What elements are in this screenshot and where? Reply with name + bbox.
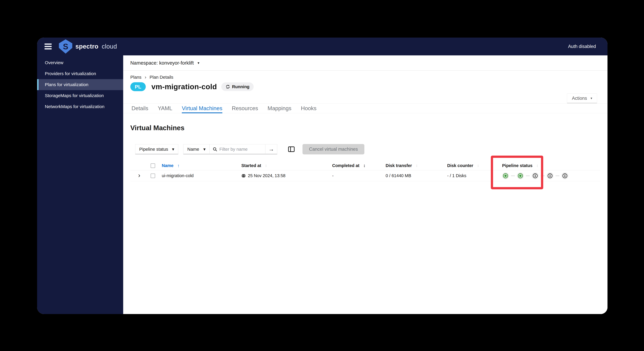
- breadcrumb-plans[interactable]: Plans: [130, 75, 142, 80]
- search-group: Name ▾ →: [183, 144, 277, 154]
- cell-started-at: 25 Nov 2024, 13:58: [237, 173, 328, 178]
- sidebar-item-providers[interactable]: Providers for virtualization: [37, 68, 123, 79]
- column-header-started-at[interactable]: Started at ↕: [237, 163, 328, 168]
- globe-icon: [241, 174, 246, 178]
- row-checkbox[interactable]: [151, 174, 155, 178]
- pipeline-stage-succeeded-icon: [517, 172, 524, 179]
- column-header-disk-transfer[interactable]: Disk transfer ↕: [382, 163, 443, 168]
- pipeline-status-filter-dropdown[interactable]: Pipeline status ▾: [135, 144, 178, 154]
- section-heading: Virtual Machines: [130, 124, 600, 132]
- pipeline-stage-pending-icon: [532, 172, 538, 179]
- page-title: vm-migration-cold: [152, 82, 217, 91]
- cell-disk-counter: - / 1 Disks: [443, 173, 498, 178]
- column-header-completed-at[interactable]: Completed at ↕: [328, 163, 382, 168]
- breadcrumb: Plans › Plan Details: [130, 74, 600, 80]
- row-expand-chevron-icon[interactable]: ›: [138, 172, 140, 179]
- plan-kind-badge: PL: [130, 82, 146, 91]
- pipeline-connector: [556, 176, 560, 176]
- cell-name: ui-migration-cold: [158, 173, 237, 178]
- actions-button-label: Actions: [572, 96, 587, 101]
- started-at-value: 25 Nov 2024, 13:58: [248, 173, 286, 178]
- search-box: [210, 144, 265, 154]
- page-header: Plans › Plan Details PL vm-migration-col…: [123, 71, 608, 104]
- breadcrumb-plan-details[interactable]: Plan Details: [150, 75, 173, 80]
- column-header-pipeline-status[interactable]: Pipeline status ↕: [498, 163, 600, 168]
- status-badge-label: Running: [232, 84, 250, 89]
- actions-button[interactable]: Actions ▾: [567, 93, 597, 103]
- filter-field-label: Name: [187, 147, 199, 152]
- search-icon: [212, 147, 217, 152]
- search-input[interactable]: [219, 147, 256, 152]
- tab-resources[interactable]: Resources: [232, 104, 258, 113]
- pipeline-stage-pending-icon: [547, 172, 554, 179]
- filter-field-dropdown[interactable]: Name ▾: [183, 144, 210, 154]
- sort-ascending-icon: ↑: [177, 163, 180, 168]
- select-all-checkbox[interactable]: [151, 163, 155, 168]
- cell-disk-transfer: 0 / 61440 MB: [382, 173, 443, 178]
- sidebar: Overview Providers for virtualization Pl…: [37, 55, 123, 314]
- column-header-disk-counter[interactable]: Disk counter ↕: [443, 163, 498, 168]
- virtual-machines-section: Virtual Machines Pipeline status ▾ Name …: [123, 124, 608, 181]
- sort-icon: ↕: [363, 163, 366, 168]
- cell-completed-at: -: [328, 173, 382, 178]
- sidebar-item-plans[interactable]: Plans for virtualization: [37, 79, 123, 90]
- tab-bar: Details YAML Virtual Machines Resources …: [123, 104, 608, 113]
- app-window: S spectro cloud Auth disabled Overview P…: [37, 38, 608, 314]
- sidebar-item-networkmaps[interactable]: NetworkMaps for virtualization: [37, 101, 123, 112]
- cell-pipeline-status: [498, 172, 600, 179]
- sidebar-item-overview[interactable]: Overview: [37, 57, 123, 68]
- table-row: › ui-migration-cold 25 Nov 2024, 13:58 -: [130, 170, 600, 181]
- svg-text:S: S: [63, 42, 68, 51]
- chevron-down-icon: ▾: [198, 61, 199, 65]
- top-bar: S spectro cloud Auth disabled: [37, 38, 608, 55]
- cancel-virtual-machines-button[interactable]: Cancel virtual machines: [302, 144, 364, 154]
- search-submit-button[interactable]: →: [265, 144, 277, 154]
- auth-status: Auth disabled: [568, 44, 596, 49]
- chevron-down-icon: ▾: [172, 147, 174, 152]
- pipeline-connector: [511, 176, 515, 176]
- manage-columns-button[interactable]: [287, 145, 296, 153]
- sync-icon: [226, 84, 230, 89]
- sort-icon: ↕: [477, 163, 479, 168]
- tab-hooks[interactable]: Hooks: [301, 104, 316, 113]
- sort-icon: ↕: [265, 163, 267, 168]
- columns-icon: [287, 145, 296, 153]
- pipeline-connector: [541, 176, 544, 176]
- brand-name: spectro cloud: [76, 43, 117, 50]
- sort-icon: ↕: [416, 163, 418, 168]
- column-header-name[interactable]: Name ↑: [158, 163, 237, 168]
- chevron-down-icon: ▾: [203, 147, 206, 152]
- brand-primary: spectro: [76, 43, 98, 50]
- menu-icon[interactable]: [44, 44, 52, 50]
- pipeline-stage-succeeded-icon: [502, 172, 509, 179]
- pipeline-connector: [526, 176, 530, 176]
- tab-virtual-machines[interactable]: Virtual Machines: [182, 104, 222, 113]
- sort-icon: ↕: [536, 163, 538, 168]
- tab-yaml[interactable]: YAML: [158, 104, 172, 113]
- status-badge: Running: [221, 82, 254, 91]
- pipeline-stage-pending-icon: [562, 172, 568, 179]
- chevron-down-icon: ▾: [590, 96, 592, 100]
- pipeline-status-filter-label: Pipeline status: [139, 147, 168, 152]
- breadcrumb-separator-icon: ›: [145, 74, 146, 80]
- namespace-label: Namespace: konveyor-forklift: [130, 60, 194, 66]
- tab-details[interactable]: Details: [132, 104, 148, 113]
- sidebar-item-storagemaps[interactable]: StorageMaps for virtualization: [37, 90, 123, 101]
- tab-mappings[interactable]: Mappings: [268, 104, 291, 113]
- namespace-selector[interactable]: Namespace: konveyor-forklift ▾: [123, 55, 608, 71]
- spectro-cloud-logo: S: [58, 39, 73, 54]
- main-content: Namespace: konveyor-forklift ▾ Plans › P…: [123, 55, 608, 314]
- brand-secondary: cloud: [102, 43, 117, 50]
- table-header-row: Name ↑ Started at ↕ Completed at ↕ Dis: [130, 161, 600, 170]
- filter-toolbar: Pipeline status ▾ Name ▾: [135, 144, 600, 154]
- virtual-machines-table: Name ↑ Started at ↕ Completed at ↕ Dis: [130, 161, 600, 181]
